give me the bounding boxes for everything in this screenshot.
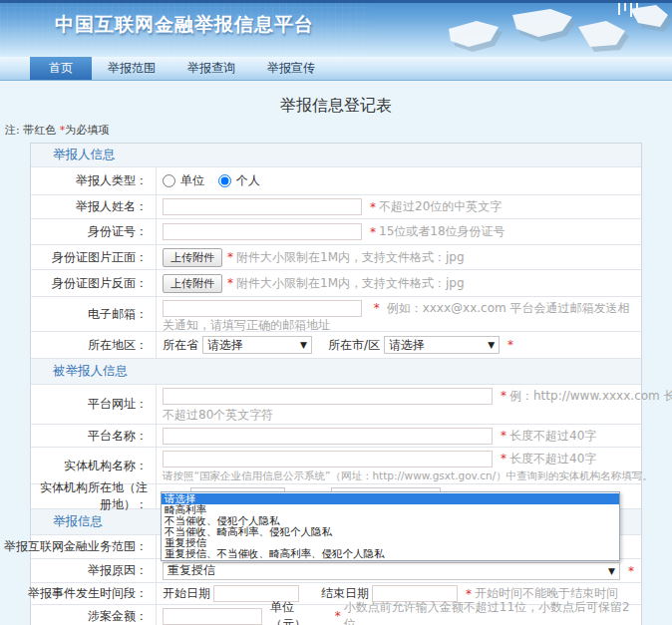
form-row-email: 电子邮箱： * 例如：xxxx@xx.com 平台会通过邮箱发送相关通知，请填写… xyxy=(31,297,641,332)
dropdown-option[interactable]: 畸高利率 xyxy=(162,504,619,515)
open-dropdown-list: 请选择 畸高利率 不当催收、侵犯个人隐私 不当催收、畸高利率、侵犯个人隐私 重复… xyxy=(161,491,620,561)
section-reporter-info: 举报人信息 xyxy=(31,144,641,167)
required-star: * xyxy=(628,564,634,578)
platform-url-input[interactable] xyxy=(163,388,493,405)
platform-url-hint: 例：http://www.xxxx.com 长度 xyxy=(509,389,672,403)
form-title: 举报信息登记表 xyxy=(0,96,672,117)
platform-name-hint: 长度不超过40字 xyxy=(509,428,596,445)
reporter-type-label: 举报人类型： xyxy=(31,167,157,194)
form-row-id-front: 身份证图片正面： 上传附件 * 附件大小限制在1M内，支持文件格式：jpg xyxy=(31,245,641,270)
chevron-down-icon: ▼ xyxy=(488,340,495,350)
id-back-hint: 附件大小限制在1M内，支持文件格式：jpg xyxy=(236,275,465,292)
reporter-name-hint: 不超过20位的中英文字 xyxy=(379,198,502,215)
nav-tab-report-publicity[interactable]: 举报宣传 xyxy=(251,57,331,80)
email-label: 电子邮箱： xyxy=(31,297,157,331)
id-front-hint: 附件大小限制在1M内，支持文件格式：jpg xyxy=(236,249,465,266)
required-star: * xyxy=(227,250,233,264)
person-radio[interactable] xyxy=(218,174,231,187)
time-period-label: 举报事件发生时间段： xyxy=(31,583,157,604)
platform-name-input[interactable] xyxy=(163,428,493,445)
note-suffix: 为必填项 xyxy=(65,124,109,137)
form-row-id-number: 身份证号： * 15位或者18位身份证号 xyxy=(31,219,641,245)
platform-url-label: 平台网址： xyxy=(31,385,157,424)
form-row-platform-name: 平台名称： * 长度不超过40字 xyxy=(31,425,641,448)
section-title: 举报信息 xyxy=(53,513,103,530)
province-label: 所在省 xyxy=(163,337,198,354)
chevron-down-icon: ▼ xyxy=(300,340,307,350)
form-row-report-reason: 举报原因： 重复授信▼ * xyxy=(31,559,641,583)
required-star: * xyxy=(370,200,376,214)
id-front-label: 身份证图片正面： xyxy=(31,245,157,269)
amount-hint: 小数点前允许输入金额不超过11位，小数点后可保留2位 xyxy=(344,599,641,625)
reporter-name-input[interactable] xyxy=(163,198,362,215)
amount-unit-label: 单位（元） xyxy=(270,599,330,625)
region-label: 所在地区： xyxy=(31,332,157,358)
required-star: * xyxy=(227,276,233,290)
report-reason-label: 举报原因： xyxy=(31,559,157,582)
dropdown-option[interactable]: 重复授信、不当催收、畸高利率、侵犯个人隐私 xyxy=(162,548,619,559)
upload-back-button[interactable]: 上传附件 xyxy=(163,274,222,293)
required-star: * xyxy=(501,452,506,466)
nav-tab-report-query[interactable]: 举报查询 xyxy=(171,57,251,80)
business-scope-label: 举报互联网金融业务范围： xyxy=(31,535,157,558)
id-number-hint: 15位或者18位身份证号 xyxy=(379,223,505,240)
section-title: 举报人信息 xyxy=(53,147,116,163)
dropdown-option[interactable]: 不当催收、畸高利率、侵犯个人隐私 xyxy=(162,526,619,537)
dropdown-option[interactable]: 重复授信 xyxy=(162,537,619,548)
required-star: * xyxy=(501,429,506,443)
required-note: 注: 带红色 *为必填项 xyxy=(5,123,672,138)
entity-name-input[interactable] xyxy=(163,451,493,468)
required-star: * xyxy=(507,338,513,352)
person-radio-label: 个人 xyxy=(236,172,260,189)
radio-person[interactable]: 个人 xyxy=(218,172,260,189)
reporter-name-label: 举报人姓名： xyxy=(31,195,157,218)
radio-unit[interactable]: 单位 xyxy=(163,172,204,189)
id-number-input[interactable] xyxy=(163,223,362,240)
form-row-reporter-type: 举报人类型： 单位 个人 xyxy=(31,167,641,195)
section-reported-info: 被举报人信息 xyxy=(31,359,641,385)
main-nav: 首页 举报范围 举报查询 举报宣传 xyxy=(0,57,672,81)
entity-name-note: 请按照“国家企业信用信息公示系统”（网址：http://www.gsxt.gov… xyxy=(163,469,641,483)
form-row-reporter-name: 举报人姓名： * 不超过20位的中英文字 xyxy=(31,195,641,219)
nav-tab-home[interactable]: 首页 xyxy=(30,57,92,80)
form-row-region: 所在地区： 所在省 请选择▼ 所在市/区 请选择▼ * xyxy=(31,332,641,359)
entity-name-label: 实体机构名称： xyxy=(31,448,157,483)
form-row-id-back: 身份证图片反面： 上传附件 * 附件大小限制在1M内，支持文件格式：jpg xyxy=(31,270,641,297)
id-number-label: 身份证号： xyxy=(31,219,157,244)
platform-name-label: 平台名称： xyxy=(31,425,157,447)
id-back-label: 身份证图片反面： xyxy=(31,270,157,296)
dropdown-option[interactable]: 请选择 xyxy=(162,493,619,504)
section-title: 被举报人信息 xyxy=(53,363,128,380)
entity-name-hint: 长度不超过40字 xyxy=(509,452,596,466)
dropdown-option[interactable]: 不当催收、侵犯个人隐私 xyxy=(162,515,619,526)
email-input[interactable] xyxy=(163,300,362,317)
upload-front-button[interactable]: 上传附件 xyxy=(163,248,222,267)
required-star: * xyxy=(374,301,380,315)
province-select[interactable]: 请选择▼ xyxy=(202,336,312,354)
report-reason-value: 重复授信 xyxy=(168,562,215,579)
site-title: 中国互联网金融举报信息平台 xyxy=(0,3,672,38)
chevron-down-icon: ▼ xyxy=(608,566,615,576)
start-date-label: 开始日期 xyxy=(163,585,210,602)
city-label: 所在市/区 xyxy=(328,337,380,354)
unit-radio[interactable] xyxy=(163,174,175,187)
required-star: * xyxy=(370,225,376,239)
platform-url-hint2: 不超过80个英文字符 xyxy=(163,407,641,424)
required-star: * xyxy=(335,609,341,623)
note-prefix: 注: 带红色 xyxy=(5,124,60,137)
nav-tab-report-scope[interactable]: 举报范围 xyxy=(92,57,171,80)
form-row-amount: 涉案金额： 单位（元） * 小数点前允许输入金额不超过11位，小数点后可保留2位 xyxy=(31,605,641,625)
form-row-platform-url: 平台网址： *例：http://www.xxxx.com 长度 不超过80个英文… xyxy=(31,385,641,425)
entity-location-label: 实体机构所在地（注册地）： xyxy=(31,484,157,508)
required-star: * xyxy=(501,389,506,403)
amount-label: 涉案金额： xyxy=(31,605,157,625)
city-select[interactable]: 请选择▼ xyxy=(384,336,500,354)
page: 中国互联网金融举报信息平台 首页 xyxy=(0,0,672,625)
unit-radio-label: 单位 xyxy=(180,172,204,189)
site-header: 中国互联网金融举报信息平台 xyxy=(0,0,672,57)
report-reason-select[interactable]: 重复授信▼ xyxy=(163,562,620,580)
amount-input[interactable] xyxy=(163,608,262,625)
